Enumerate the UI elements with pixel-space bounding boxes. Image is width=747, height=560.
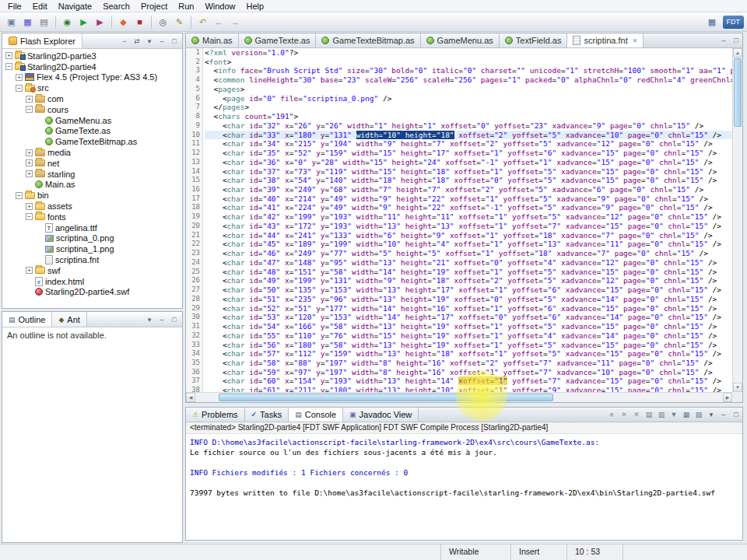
collapse-twisty-icon[interactable]: − bbox=[26, 106, 33, 113]
expand-twisty-icon[interactable]: + bbox=[26, 170, 33, 177]
editor-line[interactable]: <char id="49" x="199" y="131" width="9" … bbox=[205, 276, 732, 285]
project-tree[interactable]: +Starling2D-partie3−Starling2D-partie4+F… bbox=[2, 49, 182, 308]
vertical-scroll-thumb[interactable] bbox=[734, 58, 742, 127]
clear-console-icon[interactable]: ▤ bbox=[643, 409, 655, 421]
tree-item-bin[interactable]: −bin bbox=[2, 190, 182, 201]
flash-explorer-tab[interactable]: Flash Explorer bbox=[2, 33, 82, 48]
expand-twisty-icon[interactable]: + bbox=[16, 74, 23, 81]
editor-line[interactable]: <char id="37" x="73" y="119" width="15" … bbox=[205, 167, 732, 177]
editor-line[interactable]: <char id="32" x="26" y="26" width="1" he… bbox=[205, 121, 732, 131]
tab-javadoc-view[interactable]: ▣Javadoc View bbox=[343, 408, 419, 422]
tree-item-index-html[interactable]: index.html bbox=[2, 276, 182, 287]
maximize-icon[interactable]: □ bbox=[730, 409, 742, 421]
expand-twisty-icon[interactable]: + bbox=[26, 149, 33, 156]
editor-tab-scriptina-fnt[interactable]: scriptina.fnt✕ bbox=[567, 33, 644, 47]
editor-line[interactable]: <?xml version="1.0"?> bbox=[205, 48, 732, 58]
menu-project[interactable]: Project bbox=[135, 1, 173, 12]
tree-item-scriptina-0-png[interactable]: scriptina_0.png bbox=[2, 233, 182, 244]
editor-line[interactable]: <char id="60" x="154" y="193" width="13"… bbox=[205, 376, 732, 386]
minimize-icon[interactable]: – bbox=[717, 409, 730, 421]
tree-item-fonts[interactable]: −fonts bbox=[2, 212, 182, 222]
minimize-icon[interactable]: – bbox=[717, 35, 730, 47]
tree-item-angelina-ttf[interactable]: angelina.ttf bbox=[2, 222, 182, 233]
search-icon[interactable]: ◎ bbox=[156, 15, 170, 30]
tree-item-starling[interactable]: +starling bbox=[2, 169, 182, 180]
editor-line[interactable]: <char id="42" x="199" y="193" width="11"… bbox=[205, 212, 732, 222]
editor-line[interactable]: <char id="51" x="235" y="96" width="13" … bbox=[205, 295, 732, 304]
horizontal-scroll-thumb[interactable] bbox=[219, 394, 553, 401]
close-tab-icon[interactable]: ✕ bbox=[633, 37, 638, 44]
editor-line[interactable]: <char id="52" x="51" y="177" width="14" … bbox=[205, 304, 732, 313]
scroll-right-arrow-icon[interactable]: ▶ bbox=[723, 393, 732, 402]
save-icon[interactable]: ▦ bbox=[20, 15, 35, 30]
ant-tab[interactable]: ◆ Ant bbox=[52, 312, 86, 327]
editor-line[interactable]: <char id="39" x="249" y="68" width="7" h… bbox=[205, 185, 732, 194]
last-edit-location-icon[interactable]: ↶ bbox=[195, 15, 210, 30]
minimize-icon[interactable]: – bbox=[156, 35, 168, 47]
minimize-icon[interactable]: – bbox=[156, 313, 168, 325]
editor-tab-textfield-as[interactable]: TextField.as bbox=[500, 33, 568, 47]
tree-item-src[interactable]: −src bbox=[2, 82, 182, 93]
remove-all-launches-icon[interactable]: ✕ bbox=[630, 409, 643, 421]
editor-line[interactable]: <char id="43" x="172" y="193" width="13"… bbox=[205, 222, 732, 231]
tree-item-scriptina-fnt[interactable]: scriptina.fnt bbox=[2, 254, 182, 265]
menu-edit[interactable]: Edit bbox=[27, 1, 53, 12]
maximize-icon[interactable]: □ bbox=[168, 313, 181, 325]
editor-gutter[interactable]: 1234567891011121314151617181920212223242… bbox=[186, 48, 203, 392]
view-menu-icon[interactable]: ▾ bbox=[705, 409, 717, 421]
editor-line[interactable]: <pages> bbox=[205, 85, 732, 94]
editor-tab-gamemenu-as[interactable]: GameMenu.as bbox=[421, 33, 500, 47]
editor-line[interactable]: </pages> bbox=[205, 103, 732, 112]
collapse-all-icon[interactable]: − bbox=[118, 35, 131, 47]
editor-tab-main-as[interactable]: Main.as bbox=[186, 33, 239, 47]
editor-line[interactable]: <font> bbox=[205, 58, 732, 67]
editor-line[interactable]: <info face="Brush Script Std" size="30" … bbox=[205, 66, 732, 75]
menu-navigate[interactable]: Navigate bbox=[53, 1, 97, 12]
editor-vertical-scrollbar[interactable]: ▲ ▼ bbox=[732, 48, 742, 392]
tree-item-starling2d-partie4[interactable]: −Starling2D-partie4 bbox=[2, 61, 182, 72]
terminate-icon[interactable]: ■ bbox=[605, 409, 618, 421]
editor-line[interactable]: <char id="55" x="110" y="76" width="15" … bbox=[205, 331, 732, 341]
editor-line[interactable]: <char id="36" x="0" y="28" width="15" he… bbox=[205, 158, 732, 167]
editor-line[interactable]: <char id="50" x="135" y="153" width="13"… bbox=[205, 285, 732, 295]
editor-line[interactable]: <char id="54" x="166" y="58" width="13" … bbox=[205, 322, 732, 331]
editor-line[interactable]: <char id="41" x="224" y="49" width="9" h… bbox=[205, 203, 732, 212]
tree-item-gametextebitmap-as[interactable]: GameTexteBitmap.as bbox=[2, 136, 182, 147]
collapse-twisty-icon[interactable]: − bbox=[5, 63, 12, 70]
expand-twisty-icon[interactable]: + bbox=[26, 159, 33, 166]
editor-line[interactable]: <char id="44" x="241" y="133" width="6" … bbox=[205, 231, 732, 240]
open-console-icon[interactable]: ▧ bbox=[693, 409, 705, 421]
view-menu-icon[interactable]: ▾ bbox=[143, 313, 156, 325]
editor-line[interactable]: <char id="40" x="214" y="49" width="9" h… bbox=[205, 194, 732, 204]
tree-item-flex-4-5-project-type-as3-4-5[interactable]: +Flex 4.5 (Project Type: AS3 4.5) bbox=[2, 72, 182, 83]
scroll-left-arrow-icon[interactable]: ◀ bbox=[186, 393, 195, 402]
expand-twisty-icon[interactable]: + bbox=[5, 52, 12, 59]
editor-line[interactable]: <char id="34" x="215" y="194" width="9" … bbox=[205, 139, 732, 149]
editor-line[interactable]: <char id="56" x="180" y="58" width="13" … bbox=[205, 341, 732, 350]
mark-occurrences-icon[interactable]: ✎ bbox=[172, 15, 187, 30]
export-swf-icon[interactable]: ■ bbox=[132, 15, 147, 30]
profile-icon[interactable]: ▶ bbox=[93, 15, 107, 30]
maximize-icon[interactable]: □ bbox=[168, 35, 181, 47]
menu-window[interactable]: Window bbox=[199, 1, 240, 12]
tree-item-gametexte-as[interactable]: GameTexte.as bbox=[2, 126, 182, 137]
tree-item-main-as[interactable]: Main.as bbox=[2, 180, 182, 191]
console-output[interactable]: INFO D:\home\as3facile\actionscript-faci… bbox=[186, 434, 742, 540]
editor-text-area[interactable]: <?xml version="1.0"?><font> <info face="… bbox=[205, 48, 732, 392]
editor-line[interactable]: <char id="48" x="151" y="58" width="14" … bbox=[205, 268, 732, 277]
tree-item-net[interactable]: +net bbox=[2, 158, 182, 169]
remove-launch-icon[interactable]: ✕ bbox=[618, 409, 630, 421]
menu-run[interactable]: Run bbox=[173, 1, 199, 12]
collapse-twisty-icon[interactable]: − bbox=[16, 85, 23, 92]
editor-line[interactable]: <chars count="191"> bbox=[205, 112, 732, 121]
editor-line[interactable]: <char id="47" x="148" y="95" width="13" … bbox=[205, 258, 732, 268]
scroll-down-arrow-icon[interactable]: ▼ bbox=[733, 383, 742, 392]
print-icon[interactable]: ▤ bbox=[37, 15, 51, 30]
expand-twisty-icon[interactable]: + bbox=[26, 96, 33, 103]
editor-line[interactable]: <char id="45" x="189" y="199" width="10"… bbox=[205, 240, 732, 249]
forward-icon[interactable]: → bbox=[228, 15, 243, 30]
expand-twisty-icon[interactable]: + bbox=[26, 203, 33, 210]
tree-item-starling2d-partie4-swf[interactable]: Starling2D-partie4.swf bbox=[2, 287, 182, 298]
editor-line[interactable]: <char id="58" x="88" y="197" width="8" h… bbox=[205, 359, 732, 368]
tab-console[interactable]: ▤Console bbox=[289, 408, 343, 422]
